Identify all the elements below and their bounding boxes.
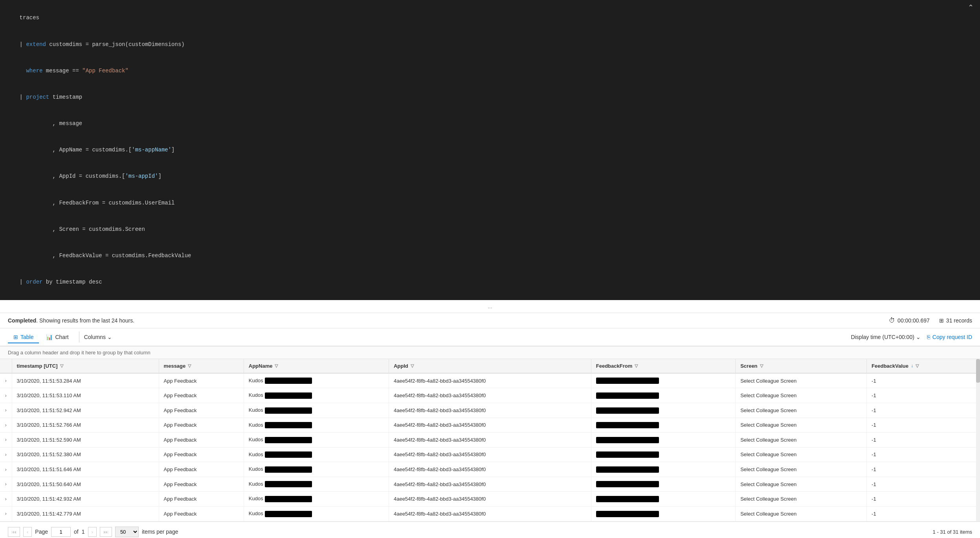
status-records: ⊞ 31 records xyxy=(939,317,972,324)
copy-request-button[interactable]: ⎘ Copy request ID xyxy=(927,334,972,340)
row-expand-btn[interactable]: › xyxy=(0,447,12,462)
feedbackfrom-cell xyxy=(591,477,735,492)
appid-cell: 4aee54f2-f8fb-4a82-bbd3-aa34554380f0 xyxy=(389,388,591,403)
message-cell: App Feedback xyxy=(159,433,244,448)
per-page-select[interactable]: 50 100 200 xyxy=(115,527,139,537)
appid-filter-icon[interactable]: ▽ xyxy=(411,363,414,368)
timestamp-col-label: timestamp [UTC] xyxy=(17,363,58,369)
appid-cell: 4aee54f2-f8fb-4a82-bbd3-aa34554380f0 xyxy=(389,462,591,477)
collapse-button[interactable]: ⌃ xyxy=(968,3,974,12)
row-expand-btn[interactable]: › xyxy=(0,506,12,521)
message-cell: App Feedback xyxy=(159,506,244,521)
page-label: Page xyxy=(35,529,48,535)
th-feedbackfrom: FeedbackFrom ▽ xyxy=(591,359,735,373)
scrollbar-thumb[interactable] xyxy=(976,359,980,383)
query-line-6: , AppName = customdims.['ms-appName'] xyxy=(6,137,974,163)
display-time-label: Display time (UTC+00:00) xyxy=(851,334,914,340)
th-message: message ▽ xyxy=(159,359,244,373)
query-line-9: , Screen = customdims.Screen xyxy=(6,216,974,242)
timestamp-cell: 3/10/2020, 11:51:52.380 AM xyxy=(12,447,159,462)
table-row: ›3/10/2020, 11:51:53.284 AMApp FeedbackK… xyxy=(0,373,980,388)
appname-cell: Kudos xyxy=(244,403,389,418)
appid-cell: 4aee54f2-f8fb-4a82-bbd3-aa34554380f0 xyxy=(389,447,591,462)
feedbackvalue-col-label: FeedbackValue xyxy=(872,363,908,369)
row-expand-btn[interactable]: › xyxy=(0,462,12,477)
query-line-5: , message xyxy=(6,111,974,137)
appid-cell: 4aee54f2-f8fb-4a82-bbd3-aa34554380f0 xyxy=(389,492,591,507)
query-line-7: , AppId = customdims.['ms-appId'] xyxy=(6,163,974,190)
status-message: Completed. Showing results from the last… xyxy=(8,317,134,324)
row-expand-btn[interactable]: › xyxy=(0,388,12,403)
clock-icon: ⏱ xyxy=(889,317,895,324)
timestamp-cell: 3/10/2020, 11:51:42.932 AM xyxy=(12,492,159,507)
feedbackvalue-cell: -1 xyxy=(867,388,980,403)
vertical-scrollbar[interactable] xyxy=(976,359,980,521)
timestamp-filter-icon[interactable]: ▽ xyxy=(60,363,63,368)
total-pages: 1 xyxy=(82,529,85,535)
feedbackvalue-cell: -1 xyxy=(867,433,980,448)
last-page-button[interactable]: ⏭ xyxy=(100,527,112,537)
table-row: ›3/10/2020, 11:51:52.380 AMApp FeedbackK… xyxy=(0,447,980,462)
row-expand-btn[interactable]: › xyxy=(0,492,12,507)
tab-chart[interactable]: 📊 Chart xyxy=(40,332,74,343)
screen-col-label: Screen xyxy=(740,363,757,369)
feedbackfrom-cell xyxy=(591,433,735,448)
screen-cell: Select Colleague Screen xyxy=(736,447,867,462)
message-cell: App Feedback xyxy=(159,462,244,477)
next-page-button[interactable]: › xyxy=(88,527,97,537)
appname-cell: Kudos xyxy=(244,477,389,492)
row-expand-btn[interactable]: › xyxy=(0,418,12,433)
table-row: ›3/10/2020, 11:51:50.640 AMApp FeedbackK… xyxy=(0,477,980,492)
pagination-range: 1 - 31 of 31 items xyxy=(933,529,972,535)
toolbar-right: Display time (UTC+00:00) ⌄ ⎘ Copy reques… xyxy=(851,334,972,340)
columns-button[interactable]: Columns ⌄ xyxy=(79,332,117,343)
of-label: of xyxy=(74,529,79,535)
feedbackfrom-col-label: FeedbackFrom xyxy=(596,363,632,369)
feedbackvalue-sort-icon[interactable]: ↓ xyxy=(911,363,913,368)
feedbackvalue-cell: -1 xyxy=(867,373,980,388)
display-time-button[interactable]: Display time (UTC+00:00) ⌄ xyxy=(851,334,920,340)
tab-table[interactable]: ⊞ Table xyxy=(8,332,39,343)
appid-cell: 4aee54f2-f8fb-4a82-bbd3-aa34554380f0 xyxy=(389,373,591,388)
feedbackvalue-filter-icon[interactable]: ▽ xyxy=(916,363,919,368)
row-expand-btn[interactable]: › xyxy=(0,433,12,448)
data-table: timestamp [UTC] ▽ message ▽ AppName xyxy=(0,359,980,521)
feedbackvalue-cell: -1 xyxy=(867,403,980,418)
prev-page-button[interactable]: ‹ xyxy=(23,527,32,537)
message-cell: App Feedback xyxy=(159,492,244,507)
screen-cell: Select Colleague Screen xyxy=(736,492,867,507)
feedbackfrom-cell xyxy=(591,388,735,403)
appid-cell: 4aee54f2-f8fb-4a82-bbd3-aa34554380f0 xyxy=(389,418,591,433)
first-page-button[interactable]: ⏮ xyxy=(8,527,20,537)
row-expand-btn[interactable]: › xyxy=(0,403,12,418)
chart-tab-label: Chart xyxy=(55,334,68,340)
appid-cell: 4aee54f2-f8fb-4a82-bbd3-aa34554380f0 xyxy=(389,403,591,418)
data-table-wrapper[interactable]: timestamp [UTC] ▽ message ▽ AppName xyxy=(0,359,980,521)
time-value: 00:00:00.697 xyxy=(897,317,930,324)
screen-cell: Select Colleague Screen xyxy=(736,506,867,521)
message-cell: App Feedback xyxy=(159,373,244,388)
query-line-11: | order by timestamp desc xyxy=(6,269,974,295)
feedbackfrom-cell xyxy=(591,462,735,477)
appid-cell: 4aee54f2-f8fb-4a82-bbd3-aa34554380f0 xyxy=(389,433,591,448)
drag-hint-text: Drag a column header and drop it here to… xyxy=(8,350,150,356)
feedbackfrom-filter-icon[interactable]: ▽ xyxy=(635,363,638,368)
row-expand-btn[interactable]: › xyxy=(0,477,12,492)
feedbackvalue-cell: -1 xyxy=(867,418,980,433)
pagination-left: ⏮ ‹ Page of 1 › ⏭ 50 100 200 items per p… xyxy=(8,527,178,537)
message-cell: App Feedback xyxy=(159,388,244,403)
toolbar-left: ⊞ Table 📊 Chart Columns ⌄ xyxy=(8,332,117,343)
row-expand-btn[interactable]: › xyxy=(0,373,12,388)
columns-label: Columns xyxy=(84,334,106,340)
appname-cell: Kudos xyxy=(244,506,389,521)
screen-filter-icon[interactable]: ▽ xyxy=(760,363,763,368)
page-input[interactable] xyxy=(51,527,71,537)
th-screen: Screen ▽ xyxy=(736,359,867,373)
appname-cell: Kudos xyxy=(244,462,389,477)
table-row: ›3/10/2020, 11:51:51.646 AMApp FeedbackK… xyxy=(0,462,980,477)
query-line-3: where message == "App Feedback" xyxy=(6,57,974,84)
items-per-page-label: items per page xyxy=(142,529,178,535)
appname-filter-icon[interactable]: ▽ xyxy=(275,363,278,368)
message-filter-icon[interactable]: ▽ xyxy=(188,363,191,368)
feedbackfrom-cell xyxy=(591,373,735,388)
